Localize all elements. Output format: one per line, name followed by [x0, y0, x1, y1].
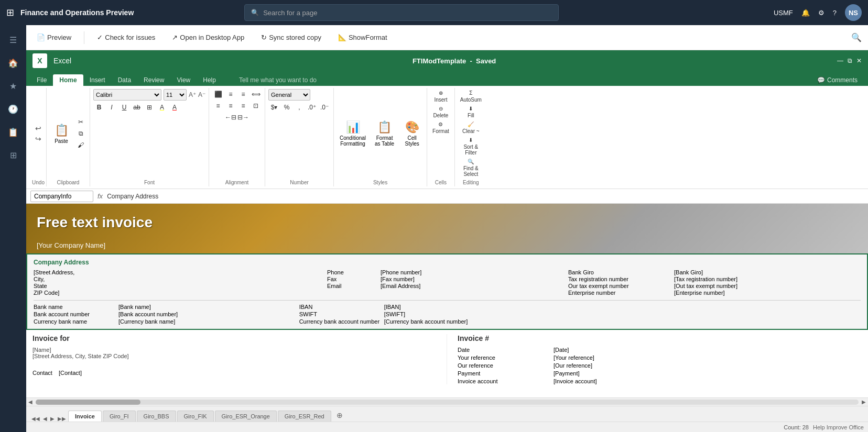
- open-desktop-button[interactable]: ↗ Open in Desktop App: [168, 31, 248, 43]
- sort-filter-button[interactable]: ⬇ Sort & Filter: [461, 136, 480, 157]
- undo-button[interactable]: ↩: [34, 124, 43, 133]
- tab-scroll-next[interactable]: ▶: [49, 416, 56, 422]
- preview-button[interactable]: 📄 Preview: [32, 31, 75, 43]
- help-improve-link[interactable]: Help Improve Office: [813, 424, 864, 430]
- currency-button[interactable]: $▾: [268, 102, 280, 113]
- redo-button[interactable]: ↪: [34, 134, 43, 143]
- help-icon[interactable]: ?: [833, 9, 837, 17]
- bold-button[interactable]: B: [93, 102, 105, 113]
- fill-button[interactable]: ⬇ Fill: [463, 105, 478, 119]
- merge-button[interactable]: ⊡: [250, 101, 262, 111]
- copy-button[interactable]: ⧉: [75, 128, 86, 139]
- scroll-thumb[interactable]: [36, 400, 140, 405]
- tab-scroll-first[interactable]: ◀◀: [30, 416, 41, 422]
- search-bar[interactable]: 🔍 Search for a page: [244, 4, 559, 21]
- format-painter-button[interactable]: 🖌: [75, 140, 86, 150]
- comments-button[interactable]: 💬 Comments: [811, 74, 864, 86]
- sheet-tab-giro-bbs[interactable]: Giro_BBS: [137, 411, 176, 422]
- nav-modules-icon[interactable]: ⊞: [3, 145, 24, 165]
- preview-icon: 📄: [37, 34, 45, 41]
- underline-button[interactable]: U: [118, 102, 130, 113]
- check-issues-button[interactable]: ✓ Check for issues: [93, 31, 159, 43]
- font-color-button[interactable]: A: [169, 102, 180, 113]
- decrease-decimal-button[interactable]: .0⁻: [319, 102, 330, 113]
- grow-font-button[interactable]: A⁺: [189, 91, 196, 98]
- sync-button[interactable]: ↻ Sync stored copy: [257, 31, 326, 43]
- clear-button[interactable]: 🧹 Clear ~: [460, 120, 482, 135]
- nav-favorites-icon[interactable]: ★: [3, 75, 24, 96]
- tab-review[interactable]: Review: [137, 74, 170, 86]
- app-grid-icon[interactable]: ⊞: [6, 7, 14, 18]
- excel-logo: X: [32, 53, 47, 68]
- nav-recent-icon[interactable]: 🕐: [3, 98, 24, 119]
- tab-insert[interactable]: Insert: [83, 74, 112, 86]
- add-sheet-button[interactable]: ⊕: [332, 409, 347, 422]
- sheet-tab-giro-fik[interactable]: Giro_FIK: [177, 411, 214, 422]
- minimize-button[interactable]: —: [837, 57, 843, 64]
- align-bottom-right-button[interactable]: ≡: [237, 101, 249, 111]
- nav-home-icon[interactable]: 🏠: [3, 52, 24, 73]
- number-format-select[interactable]: General: [268, 89, 310, 101]
- nav-menu-icon[interactable]: ☰: [3, 29, 24, 50]
- nav-workspaces-icon[interactable]: 📋: [3, 121, 24, 142]
- cut-button[interactable]: ✂: [75, 117, 86, 127]
- autosum-button[interactable]: Σ AutoSum: [458, 89, 484, 104]
- tab-data[interactable]: Data: [112, 74, 137, 86]
- border-button[interactable]: ⊞: [144, 102, 155, 113]
- number-group-label: Number: [265, 180, 333, 185]
- find-select-button[interactable]: 🔍 Find & Select: [461, 158, 481, 178]
- wrap-text-button[interactable]: ⟺: [250, 89, 262, 99]
- insert-button[interactable]: ⊕ Insert: [432, 89, 449, 104]
- paste-button[interactable]: 📋 Paste: [50, 121, 73, 146]
- top-nav-right: USMF 🔔 ⚙ ? NS: [774, 4, 862, 21]
- italic-button[interactable]: I: [106, 102, 117, 113]
- notification-icon[interactable]: 🔔: [801, 9, 810, 17]
- close-button[interactable]: ✕: [856, 57, 862, 64]
- show-format-button[interactable]: 📐 ShowFormat: [334, 31, 392, 43]
- sheet-tab-giro-fi[interactable]: Giro_FI: [103, 411, 136, 422]
- fill-color-button[interactable]: A: [156, 102, 168, 113]
- shrink-font-button[interactable]: A⁻: [198, 91, 205, 98]
- align-top-left-button[interactable]: ⬛: [212, 89, 224, 99]
- font-name-select[interactable]: Calibri: [93, 89, 161, 101]
- horizontal-scrollbar[interactable]: ◀ ▶: [26, 397, 868, 406]
- name-box[interactable]: [30, 191, 93, 202]
- comma-button[interactable]: ,: [294, 102, 305, 113]
- avatar[interactable]: NS: [845, 4, 862, 21]
- scroll-right-arrow[interactable]: ▶: [861, 399, 867, 405]
- sheet-tab-giro-esr-red[interactable]: Giro_ESR_Red: [278, 411, 331, 422]
- strikethrough-button[interactable]: ab: [131, 102, 143, 113]
- percent-button[interactable]: %: [281, 102, 292, 113]
- tab-scroll-prev[interactable]: ◀: [42, 416, 48, 422]
- restore-button[interactable]: ⧉: [848, 57, 852, 64]
- sheet-tab-giro-esr-orange[interactable]: Giro_ESR_Orange: [215, 411, 277, 422]
- excel-app-name: Excel: [53, 57, 71, 65]
- align-bottom-left-button[interactable]: ≡: [212, 101, 224, 111]
- settings-icon[interactable]: ⚙: [818, 9, 824, 17]
- tab-view[interactable]: View: [170, 74, 197, 86]
- align-top-center-button[interactable]: ≡: [225, 89, 236, 99]
- conditional-icon: 📊: [346, 120, 360, 134]
- iban-value: [IBAN]: [384, 304, 564, 310]
- increase-decimal-button[interactable]: .0⁺: [306, 102, 318, 113]
- scroll-left-arrow[interactable]: ◀: [27, 399, 34, 405]
- delete-button[interactable]: ⊖ Delete: [431, 105, 450, 119]
- tell-me-field[interactable]: Tell me what you want to do: [233, 74, 323, 86]
- conditional-formatting-button[interactable]: 📊 Conditional Formatting: [337, 118, 368, 149]
- format-button[interactable]: ⚙ Format: [430, 120, 451, 135]
- tab-help[interactable]: Help: [197, 74, 222, 86]
- scroll-track[interactable]: [36, 400, 859, 405]
- font-size-select[interactable]: 11: [164, 89, 187, 101]
- tab-home[interactable]: Home: [53, 74, 83, 86]
- tab-file[interactable]: File: [30, 74, 53, 86]
- indent-decrease-button[interactable]: ←⊟: [225, 112, 236, 123]
- format-table-button[interactable]: 📋 Format as Table: [371, 118, 398, 149]
- indent-increase-button[interactable]: ⊟→: [237, 112, 249, 123]
- command-search-icon[interactable]: 🔍: [851, 32, 862, 42]
- cell-styles-button[interactable]: 🎨 Cell Styles: [400, 118, 424, 149]
- sheet-tab-invoice[interactable]: Invoice: [68, 411, 102, 422]
- align-bottom-center-button[interactable]: ≡: [225, 101, 236, 111]
- align-top-right-button[interactable]: ≡: [237, 89, 249, 99]
- bank-account-label: Bank account number: [34, 311, 117, 317]
- tab-scroll-last[interactable]: ▶▶: [57, 416, 67, 422]
